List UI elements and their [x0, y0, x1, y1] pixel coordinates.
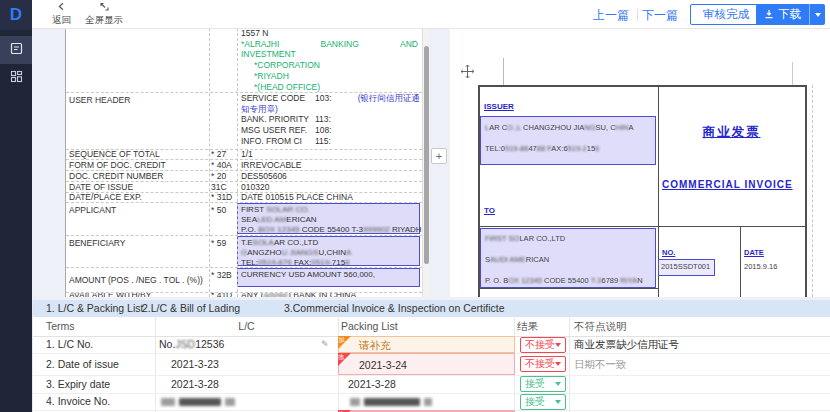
- text-segment: NG: [584, 123, 595, 132]
- text-segment: 715: [332, 258, 345, 267]
- invoice-continuation-line: [812, 85, 813, 297]
- invoice-date-value: 2015.9.16: [744, 262, 777, 271]
- issuer-highlight-box: LAR CO.,L CHANGZHOU JIANGSU, CHINATEL:05…: [480, 116, 656, 165]
- text-segment: 0519-: [311, 258, 331, 267]
- discrepancy-note-cell: [574, 393, 824, 410]
- lc-field-value: 1557 N*ALRAJHIBANKINGANDINVESTMENT*CORPO…: [237, 28, 422, 92]
- sidebar-item-documents[interactable]: [0, 36, 32, 64]
- invoice-border: [478, 226, 806, 227]
- text-segment: O.,L: [507, 123, 521, 132]
- invoice-address-line: TEL:0519-864788 FAX:6519-2156: [485, 144, 599, 153]
- text-segment: SOLAR CO.: [266, 205, 310, 214]
- lc-field-tag: * 32B: [209, 268, 237, 292]
- tab-lc-packing-list[interactable]: 1. L/C & Packing List: [46, 300, 143, 317]
- text-segment: OX 12345: [508, 276, 542, 285]
- comparison-panel: 1. L/C & Packing List 2.L/C & Bill of La…: [32, 300, 830, 412]
- text-segment: P.O.: [241, 225, 258, 234]
- term-cell: 4. Invoice No.: [46, 393, 151, 410]
- discrepancy-note-cell: 商业发票缺少信用证号: [574, 336, 824, 353]
- lc-row: DOC. CREDIT NUMBER* 20DES505606: [66, 171, 422, 182]
- lc-field-label: BENEFICIARY: [66, 236, 209, 267]
- text-segment: BANK. PRIORITY: [241, 114, 315, 125]
- text-segment: 2021-3-24: [359, 359, 407, 371]
- app-logo[interactable]: D: [0, 0, 32, 30]
- lc-field-label: [66, 28, 209, 92]
- text-segment: CHANGZHOU JIA: [521, 123, 584, 132]
- lc-doc-line: 知专用章): [241, 104, 422, 115]
- lc-field-tag: [209, 28, 237, 92]
- lc-scrollbar-thumb[interactable]: [424, 46, 429, 264]
- result-select[interactable]: 不接受: [520, 337, 566, 353]
- sidebar-item-modules[interactable]: [0, 64, 32, 92]
- zoom-in-button[interactable]: +: [431, 148, 447, 164]
- text-segment: 999902: [363, 225, 392, 234]
- lc-field-label: DATE/PLACE EXP.: [66, 193, 209, 202]
- text-segment: HIN: [616, 123, 629, 132]
- lc-field-value: ANY (advise) BANK IN CHINA: [237, 293, 422, 297]
- tab-lc-bill-of-lading[interactable]: 2.L/C & Bill of Lading: [142, 300, 240, 317]
- result-select-value: 接受: [525, 395, 545, 409]
- lc-doc-line: P.O. BOX 12345 CODE 55400 T-3999902 RIYA…: [241, 225, 416, 235]
- text-segment: 519-2: [568, 144, 587, 153]
- col-header-terms: Terms: [46, 317, 75, 336]
- lc-doc-line: INFO. FROM CI115:: [241, 136, 422, 147]
- invoice-no-box: 2015SSDT001: [658, 259, 715, 276]
- text-segment: AR C: [489, 123, 507, 132]
- text-segment: RIYADH: [392, 225, 422, 234]
- col-header-result: 结果: [517, 317, 538, 336]
- fullscreen-button[interactable]: 全屏显示: [85, 2, 123, 25]
- text-segment: 12536: [195, 338, 224, 350]
- text-segment: AX:6: [551, 144, 567, 153]
- invoice-no-value: 2015SSDT001: [661, 262, 710, 271]
- corner-badge-char: 加: [338, 336, 345, 344]
- download-button[interactable]: 下载: [756, 4, 809, 25]
- edit-icon[interactable]: ✎: [321, 336, 329, 353]
- prev-doc-link[interactable]: 上一篇: [593, 7, 629, 24]
- redacted-text: [424, 398, 432, 406]
- discrepancy-note-cell: 日期不一致: [574, 353, 824, 375]
- lc-row: FORM OF DOC. CREDIT* 40AIRREVOCABLE: [66, 160, 422, 171]
- text-segment: U,CHIN: [318, 248, 346, 257]
- text-segment: 115:: [315, 136, 331, 147]
- lc-doc-line: *(HEAD OFFICE): [241, 82, 422, 92]
- lc-field-value: DATE 010515 PLACE CHINA: [237, 193, 422, 202]
- lc-scrollbar[interactable]: [422, 28, 430, 297]
- result-select[interactable]: 接受: [520, 394, 566, 410]
- text-segment: *CORPORATION: [254, 60, 320, 70]
- tab-ci-inspection[interactable]: 3.Commercial Invoice & Inspection on Cer…: [284, 300, 505, 317]
- invoice-border: [740, 226, 741, 297]
- lc-row: BENEFICIARY* 59T.ESOLAAR CO.,LTDGANGZHOU…: [66, 236, 422, 268]
- caret-down-icon: [815, 13, 821, 17]
- text-segment: (银行间信用证通: [358, 93, 422, 104]
- term-cell: 3. Expiry date: [46, 375, 151, 393]
- back-button[interactable]: 返回: [52, 2, 71, 25]
- text-segment: 108:: [315, 125, 332, 136]
- lc-field-tag: * 20: [209, 171, 237, 181]
- packing-list-cell: 2021-3-28: [338, 375, 515, 393]
- packing-list-cell: 加请补充: [338, 336, 515, 353]
- result-select[interactable]: 不接受: [520, 356, 566, 372]
- lc-field-value: 1/1: [237, 150, 422, 159]
- term-cell: 2. Date of issue: [46, 353, 151, 375]
- next-doc-link[interactable]: 下一篇: [642, 7, 678, 24]
- text-segment: FIRST: [241, 205, 266, 214]
- lc-doc-line: *CORPORATION: [241, 60, 422, 71]
- download-label: 下载: [778, 7, 801, 22]
- chevron-left-icon: [57, 2, 66, 14]
- text-segment: T.E: [241, 238, 253, 247]
- lc-field-value: T.ESOLAAR CO.,LTDGANGZHOU JIANGSU,CHINAT…: [237, 236, 422, 267]
- review-complete-button[interactable]: 审核完成: [690, 4, 762, 25]
- lc-doc-line: ANY (advise) BANK IN CHINA: [241, 293, 422, 297]
- text-segment: CODE 55400: [542, 276, 591, 285]
- packing-list-cell: 改2021-3-24: [338, 353, 515, 375]
- document-viewer: 1557 N*ALRAJHIBANKINGANDINVESTMENT*CORPO…: [32, 28, 830, 300]
- download-dropdown-button[interactable]: [809, 4, 825, 25]
- drag-handle-icon[interactable]: [460, 64, 475, 81]
- text-segment: TEL:0: [485, 144, 505, 153]
- chevron-down-icon: [555, 362, 561, 366]
- lc-field-label: FORM OF DOC. CREDIT: [66, 160, 209, 170]
- lc-row: AMOUNT (POS . /NEG . TOL . (%))* 32BCURR…: [66, 268, 422, 293]
- result-select[interactable]: 接受: [520, 376, 566, 392]
- lc-value-cell: 2021-3-23: [171, 353, 321, 375]
- invoice-address-line: SAUDI AMERICAN: [485, 255, 549, 264]
